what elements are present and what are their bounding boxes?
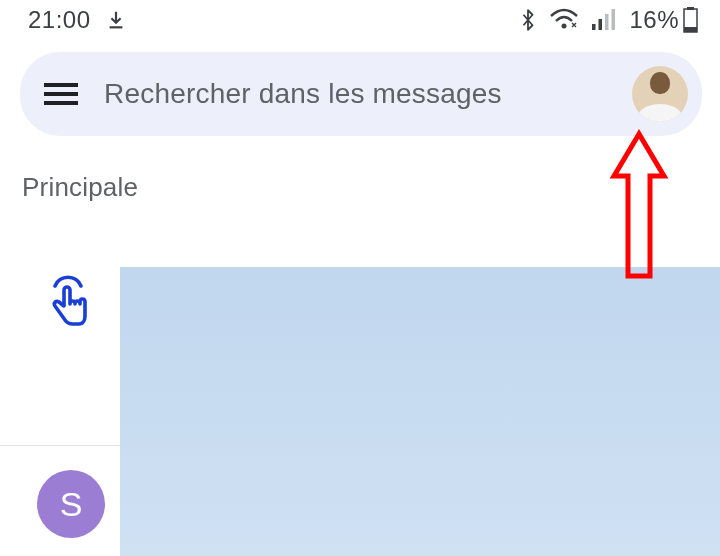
- section-label: Principale: [0, 148, 720, 233]
- search-bar[interactable]: Rechercher dans les messages: [20, 52, 702, 136]
- svg-rect-4: [612, 9, 616, 30]
- sender-avatar[interactable]: S: [37, 470, 105, 538]
- battery-status: 16%: [629, 6, 698, 34]
- list-divider: [0, 445, 120, 446]
- selection-panel: [120, 267, 720, 556]
- status-right: 16%: [519, 6, 698, 34]
- tap-gesture-icon: [38, 271, 98, 331]
- search-placeholder: Rechercher dans les messages: [104, 78, 608, 110]
- status-time: 21:00: [28, 6, 91, 34]
- search-row: Rechercher dans les messages: [0, 44, 720, 148]
- battery-text: 16%: [629, 6, 679, 34]
- svg-rect-7: [684, 27, 697, 32]
- svg-rect-10: [44, 101, 78, 105]
- hamburger-icon: [44, 81, 78, 107]
- svg-rect-1: [592, 24, 596, 30]
- status-bar: 21:00: [0, 0, 720, 44]
- bluetooth-icon: [519, 7, 537, 33]
- list-item[interactable]: S: [37, 470, 105, 538]
- svg-rect-3: [605, 14, 609, 30]
- svg-point-0: [562, 24, 567, 29]
- download-icon: [105, 9, 127, 31]
- status-left: 21:00: [28, 6, 127, 34]
- signal-icon: [591, 9, 617, 31]
- sender-initial: S: [60, 485, 83, 524]
- svg-rect-9: [44, 92, 78, 96]
- wifi-icon: [549, 8, 579, 32]
- svg-rect-2: [599, 19, 603, 30]
- account-avatar[interactable]: [632, 66, 688, 122]
- svg-rect-8: [44, 83, 78, 87]
- menu-button[interactable]: [42, 81, 80, 107]
